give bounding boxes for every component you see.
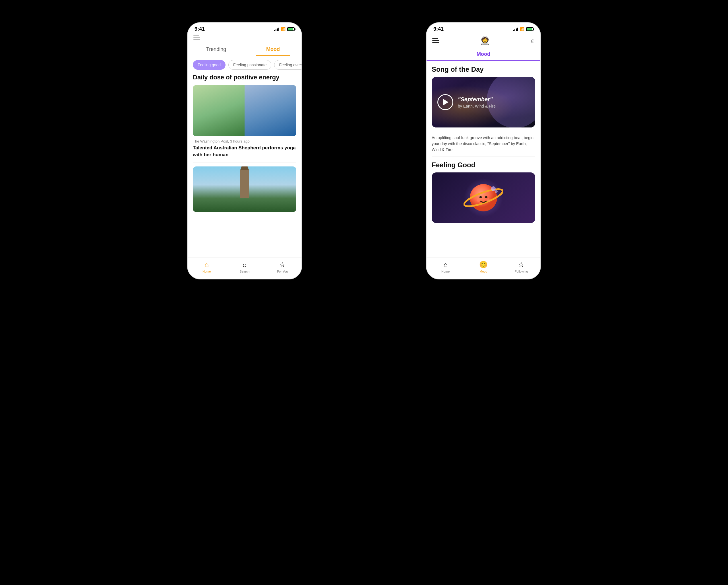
battery-icon-right xyxy=(526,27,534,31)
divider1 xyxy=(193,162,296,162)
svg-point-8 xyxy=(495,190,498,193)
status-icons-right: 📶 xyxy=(513,27,534,31)
nav-following-label: Following xyxy=(515,270,528,273)
nav-home[interactable]: ⌂ Home xyxy=(188,261,226,273)
wifi-icon-right: 📶 xyxy=(520,27,524,31)
bottom-nav-right: ⌂ Home 😊 Mood ☆ Following xyxy=(426,257,540,279)
divider2 xyxy=(432,156,535,156)
play-button[interactable] xyxy=(437,94,453,110)
home-icon-right: ⌂ xyxy=(443,261,448,269)
nav-mood-right[interactable]: 😊 Mood xyxy=(464,261,502,273)
nav-search[interactable]: ⌕ Search xyxy=(226,261,263,273)
section-title: Daily dose of positive energy xyxy=(193,74,296,81)
nav-mood-label: Mood xyxy=(479,270,488,273)
article1-image xyxy=(193,85,296,136)
tabs-left: Trending Mood xyxy=(188,43,302,56)
following-icon: ☆ xyxy=(518,261,524,269)
song-description: An uplifting soul-funk groove with an ad… xyxy=(426,131,540,156)
song-artist: by Earth, Wind & Fire xyxy=(458,104,496,108)
chip-feeling-passionate[interactable]: Feeling passionate xyxy=(228,60,271,70)
planet-illustration xyxy=(464,178,503,218)
mood-icon-right: 😊 xyxy=(479,261,488,269)
church-tower xyxy=(240,170,249,198)
nav-home-right[interactable]: ⌂ Home xyxy=(426,261,464,273)
svg-point-6 xyxy=(487,198,490,202)
bottom-nav-left: ⌂ Home ⌕ Search ☆ For You xyxy=(188,257,302,279)
nav-search-label: Search xyxy=(240,270,250,273)
top-nav-left xyxy=(188,33,302,43)
status-time-left: 9:41 xyxy=(194,26,205,32)
tab-trending[interactable]: Trending xyxy=(188,43,244,56)
church-spire xyxy=(240,167,249,170)
mood-chips: Feeling good Feeling passionate Feeling … xyxy=(188,56,302,74)
nav-foryou-label: For You xyxy=(277,270,288,273)
status-time-right: 9:41 xyxy=(433,26,444,32)
signal-icon-right xyxy=(513,27,518,31)
song-title: "September" xyxy=(458,96,496,103)
content-right: Song of the Day "September" by Earth, Wi… xyxy=(426,61,540,257)
content-left: Daily dose of positive energy The Washin… xyxy=(188,74,302,257)
feeling-good-title: Feeling Good xyxy=(426,160,540,173)
planet-card xyxy=(432,173,535,223)
song-of-day-title: Song of the Day xyxy=(426,61,540,77)
tabs-right: Mood xyxy=(426,47,540,61)
article2-image xyxy=(193,167,296,212)
search-button-right[interactable]: ⌕ xyxy=(531,37,535,44)
phone-left: 9:41 📶 xyxy=(188,23,302,279)
signal-icon xyxy=(274,27,279,31)
wifi-icon: 📶 xyxy=(281,27,286,31)
article1-headline: Talented Australian Shepherd performs yo… xyxy=(193,145,296,158)
article1-source: The Washington Post, 3 hours ago xyxy=(193,139,296,144)
search-icon: ⌕ xyxy=(242,261,246,269)
app-logo: 🧑‍🚀 xyxy=(480,35,490,45)
tab-mood-right[interactable]: Mood xyxy=(426,47,540,60)
nav-home-label: Home xyxy=(203,270,211,273)
song-card[interactable]: "September" by Earth, Wind & Fire xyxy=(432,77,535,127)
phone-right: 9:41 📶 🧑‍🚀 ⌕ xyxy=(426,23,540,279)
menu-button[interactable] xyxy=(193,35,200,40)
svg-point-4 xyxy=(485,196,488,198)
foryou-icon: ☆ xyxy=(279,261,286,269)
chip-feeling-overwhelm[interactable]: Feeling overwhelm... xyxy=(274,60,302,70)
status-icons-left: 📶 xyxy=(274,27,295,31)
svg-point-3 xyxy=(479,196,482,198)
status-bar-right: 9:41 📶 xyxy=(426,23,540,33)
tab-mood[interactable]: Mood xyxy=(244,43,302,56)
top-nav-right: 🧑‍🚀 ⌕ xyxy=(426,33,540,47)
nav-home-label-right: Home xyxy=(441,270,449,273)
home-icon: ⌂ xyxy=(205,261,209,269)
battery-icon xyxy=(287,27,295,31)
chip-feeling-good[interactable]: Feeling good xyxy=(193,60,226,70)
song-info: "September" by Earth, Wind & Fire xyxy=(458,96,496,108)
nav-following[interactable]: ☆ Following xyxy=(502,261,540,273)
svg-point-5 xyxy=(477,198,480,202)
svg-point-7 xyxy=(491,186,496,191)
menu-button-right[interactable] xyxy=(432,38,439,43)
status-bar-left: 9:41 📶 xyxy=(188,23,302,33)
nav-foryou[interactable]: ☆ For You xyxy=(264,261,302,273)
